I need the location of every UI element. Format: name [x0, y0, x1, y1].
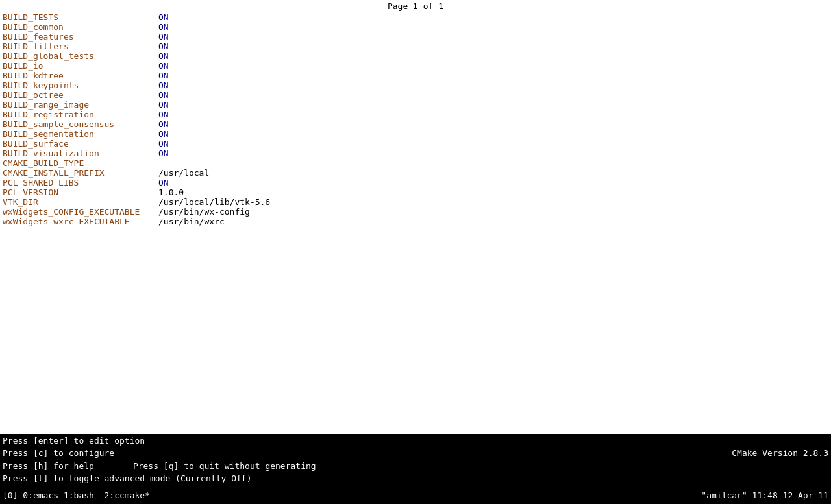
config-key: CMAKE_INSTALL_PREFIX — [3, 168, 158, 178]
table-row[interactable]: BUILD_ioON — [3, 61, 828, 71]
config-key: PCL_SHARED_LIBS — [3, 178, 158, 187]
config-key: BUILD_surface — [3, 139, 158, 149]
config-value: ON — [158, 80, 169, 90]
table-row[interactable]: BUILD_segmentationON — [3, 129, 828, 139]
config-value: ON — [158, 71, 169, 80]
table-row[interactable]: BUILD_global_testsON — [3, 51, 828, 61]
config-key: BUILD_octree — [3, 90, 158, 100]
help-line-2: Press [c] to configure CMake Version 2.8… — [3, 448, 828, 459]
table-row[interactable]: BUILD_octreeON — [3, 90, 828, 100]
config-value: ON — [158, 149, 169, 158]
config-value: ON — [158, 42, 169, 51]
config-key: BUILD_io — [3, 61, 158, 71]
config-key: BUILD_filters — [3, 42, 158, 51]
table-row[interactable]: PCL_VERSION1.0.0 — [3, 187, 828, 197]
config-value: /usr/local/lib/vtk-5.6 — [158, 197, 270, 207]
page-header: Page 1 of 1 — [3, 1, 828, 11]
config-value: ON — [158, 90, 169, 100]
config-key: BUILD_registration — [3, 110, 158, 119]
table-row[interactable]: BUILD_range_imageON — [3, 100, 828, 110]
config-value: ON — [158, 22, 169, 32]
table-row[interactable]: BUILD_TESTSON — [3, 12, 828, 22]
table-row[interactable]: BUILD_surfaceON — [3, 139, 828, 149]
table-row[interactable]: BUILD_registrationON — [3, 110, 828, 119]
config-key: BUILD_global_tests — [3, 51, 158, 61]
config-value: ON — [158, 119, 169, 129]
config-key: BUILD_kdtree — [3, 71, 158, 80]
help-configure: Press [c] to configure — [3, 448, 114, 459]
config-key: wxWidgets_wxrc_EXECUTABLE — [3, 217, 158, 226]
config-value: /usr/local — [158, 168, 209, 178]
table-row[interactable]: CMAKE_BUILD_TYPE — [3, 158, 828, 168]
config-key: CMAKE_BUILD_TYPE — [3, 158, 158, 168]
help-enter: Press [enter] to edit option — [3, 435, 145, 447]
taskbar-items[interactable]: [0] 0:emacs 1:bash- 2:ccmake* — [3, 490, 150, 500]
main-content-area: Page 1 of 1 BUILD_TESTSONBUILD_commonONB… — [0, 0, 831, 449]
page-info: Page 1 of 1 — [388, 1, 443, 11]
table-row[interactable]: BUILD_keypointsON — [3, 80, 828, 90]
taskbar: [0] 0:emacs 1:bash- 2:ccmake* "amilcar" … — [0, 486, 831, 504]
config-key: VTK_DIR — [3, 197, 158, 207]
cmake-version: CMake Version 2.8.3 — [732, 448, 828, 459]
config-list[interactable]: BUILD_TESTSONBUILD_commonONBUILD_feature… — [3, 12, 828, 226]
config-value: ON — [158, 32, 169, 42]
config-key: BUILD_segmentation — [3, 129, 158, 139]
help-q: Press [q] to quit without generating — [133, 461, 316, 472]
config-key: BUILD_visualization — [3, 149, 158, 158]
table-row[interactable]: BUILD_kdtreeON — [3, 71, 828, 80]
table-row[interactable]: BUILD_featuresON — [3, 32, 828, 42]
hostname-time: "amilcar" 11:48 12-Apr-11 — [701, 486, 828, 504]
table-row[interactable]: wxWidgets_CONFIG_EXECUTABLE/usr/bin/wx-c… — [3, 207, 828, 217]
config-key: BUILD_common — [3, 22, 158, 32]
config-value: ON — [158, 110, 169, 119]
config-value: ON — [158, 139, 169, 149]
config-value: /usr/bin/wx-config — [158, 207, 250, 217]
config-value: ON — [158, 61, 169, 71]
table-row[interactable]: wxWidgets_wxrc_EXECUTABLE/usr/bin/wxrc — [3, 217, 828, 226]
config-key: PCL_VERSION — [3, 187, 158, 197]
config-key: BUILD_sample_consensus — [3, 119, 158, 129]
config-value: 1.0.0 — [158, 187, 184, 197]
config-value: ON — [158, 178, 169, 187]
config-key: BUILD_keypoints — [3, 80, 158, 90]
config-value: ON — [158, 100, 169, 110]
help-line-4: Press [t] to toggle advanced mode (Curre… — [3, 473, 828, 485]
table-row[interactable]: BUILD_sample_consensusON — [3, 119, 828, 129]
config-value: /usr/bin/wxrc — [158, 217, 225, 226]
table-row[interactable]: BUILD_commonON — [3, 22, 828, 32]
table-row[interactable]: VTK_DIR/usr/local/lib/vtk-5.6 — [3, 197, 828, 207]
table-row[interactable]: PCL_SHARED_LIBSON — [3, 178, 828, 187]
bottom-help-area: Press [enter] to edit option Press [c] t… — [0, 434, 831, 486]
table-row[interactable]: BUILD_filtersON — [3, 42, 828, 51]
help-h: Press [h] for help — [3, 461, 94, 472]
table-row[interactable]: BUILD_visualizationON — [3, 149, 828, 158]
config-value: ON — [158, 51, 169, 61]
help-t: Press [t] to toggle advanced mode (Curre… — [3, 473, 252, 485]
config-key: BUILD_features — [3, 32, 158, 42]
config-value: ON — [158, 12, 169, 22]
config-key: BUILD_range_image — [3, 100, 158, 110]
help-line-1: Press [enter] to edit option — [3, 435, 828, 447]
hostname-time-text: "amilcar" 11:48 12-Apr-11 — [701, 490, 828, 500]
config-key: BUILD_TESTS — [3, 12, 158, 22]
table-row[interactable]: CMAKE_INSTALL_PREFIX/usr/local — [3, 168, 828, 178]
help-line-3: Press [h] for help Press [q] to quit wit… — [3, 461, 828, 472]
config-value: ON — [158, 129, 169, 139]
config-key: wxWidgets_CONFIG_EXECUTABLE — [3, 207, 158, 217]
